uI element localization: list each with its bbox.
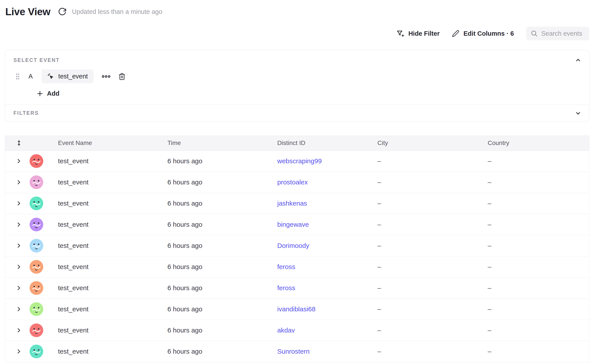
table-row: test_event 6 hours ago akdav – – (5, 320, 589, 341)
country-cell: – (488, 221, 589, 228)
select-event-label: SELECT EVENT (14, 57, 60, 63)
avatar (29, 344, 43, 359)
event-name-cell: test_event (58, 200, 167, 207)
chevron-up-icon (575, 57, 582, 64)
table-row: test_event 6 hours ago Dorimoody – – (5, 235, 589, 257)
column-header-distinct-id[interactable]: Distinct ID (277, 140, 377, 146)
expand-row-button[interactable] (16, 243, 22, 249)
distinct-id-link[interactable]: Sunrostern (277, 348, 310, 355)
column-header-time[interactable]: Time (167, 140, 277, 146)
city-cell: – (377, 221, 488, 228)
column-header-country[interactable]: Country (488, 140, 589, 146)
distinct-id-link[interactable]: akdav (277, 326, 295, 334)
time-cell: 6 hours ago (167, 326, 277, 334)
avatar (29, 302, 43, 316)
column-header-event-name[interactable]: Event Name (58, 140, 167, 146)
city-cell: – (377, 305, 488, 313)
time-cell: 6 hours ago (167, 221, 277, 228)
city-cell: – (377, 179, 488, 186)
event-name-cell: test_event (58, 242, 167, 249)
delete-event-button[interactable] (118, 73, 126, 80)
expand-row-button[interactable] (16, 179, 22, 185)
refresh-icon (58, 7, 67, 16)
distinct-id-link[interactable]: jashkenas (277, 200, 307, 207)
select-event-section: SELECT EVENT (5, 50, 589, 98)
city-cell: – (377, 326, 488, 334)
expand-row-button[interactable] (16, 158, 22, 164)
chevron-right-icon (16, 327, 22, 333)
drag-handle[interactable] (15, 73, 21, 80)
toolbar: Hide Filter Edit Columns · 6 (5, 26, 589, 40)
search-box (526, 27, 589, 40)
refresh-button[interactable] (58, 7, 67, 16)
search-input[interactable] (541, 30, 585, 37)
expand-row-button[interactable] (16, 221, 22, 228)
selected-event-name: test_event (58, 73, 88, 80)
search-icon (531, 30, 538, 37)
time-cell: 6 hours ago (167, 157, 277, 165)
hide-filter-label: Hide Filter (408, 30, 440, 37)
hide-filter-button[interactable]: Hide Filter (396, 29, 440, 38)
expand-row-button[interactable] (16, 327, 22, 333)
time-cell: 6 hours ago (167, 284, 277, 292)
distinct-id-link[interactable]: feross (277, 284, 295, 291)
event-name-cell: test_event (58, 305, 167, 313)
updated-status-text: Updated less than a minute ago (72, 8, 162, 15)
avatar (29, 323, 43, 337)
filters-label: FILTERS (14, 110, 39, 116)
distinct-id-link[interactable]: prostoalex (277, 179, 308, 186)
expand-row-button[interactable] (16, 200, 22, 207)
distinct-id-link[interactable]: webscraping99 (277, 157, 322, 165)
avatar (29, 218, 43, 232)
city-cell: – (377, 242, 488, 249)
edit-columns-label: Edit Columns · 6 (463, 30, 514, 37)
chevron-right-icon (16, 306, 22, 312)
collapse-all-rows-button[interactable] (16, 140, 22, 146)
add-event-button[interactable]: Add (36, 90, 59, 97)
distinct-id-link[interactable]: ivandiblasi68 (277, 305, 316, 313)
country-cell: – (488, 284, 589, 292)
table-row: test_event 6 hours ago webscraping99 – – (5, 151, 589, 172)
expand-filters-button[interactable] (575, 110, 582, 117)
edit-columns-button[interactable]: Edit Columns · 6 (452, 30, 514, 37)
event-name-cell: test_event (58, 284, 167, 292)
time-cell: 6 hours ago (167, 242, 277, 249)
country-cell: – (488, 326, 589, 334)
distinct-id-link[interactable]: Dorimoody (277, 242, 309, 249)
query-builder-panel: SELECT EVENT (5, 50, 589, 122)
collapse-section-button[interactable] (575, 57, 582, 64)
city-cell: – (377, 348, 488, 355)
drag-dots-icon (15, 73, 21, 80)
event-name-cell: test_event (58, 263, 167, 271)
chevron-right-icon (16, 285, 22, 291)
page-title: Live View (5, 6, 50, 18)
live-view-page: Live View Updated less than a minute ago… (0, 0, 607, 364)
event-select-chip[interactable]: test_event (41, 69, 94, 83)
avatar (29, 154, 43, 168)
event-name-cell: test_event (58, 179, 167, 186)
distinct-id-link[interactable]: feross (277, 263, 295, 270)
expand-row-button[interactable] (16, 348, 22, 354)
time-cell: 6 hours ago (167, 200, 277, 207)
event-name-cell: test_event (58, 348, 167, 355)
avatar (29, 260, 43, 274)
filter-plus-icon (396, 29, 404, 38)
event-options-button[interactable] (101, 75, 111, 78)
table-row: test_event 6 hours ago Sunrostern – – (5, 341, 589, 362)
column-header-city[interactable]: City (377, 140, 488, 146)
city-cell: – (377, 263, 488, 271)
distinct-id-link[interactable]: bingewave (277, 221, 309, 228)
city-cell: – (377, 284, 488, 292)
expand-row-button[interactable] (16, 285, 22, 291)
expand-row-button[interactable] (16, 306, 22, 312)
three-dots-icon (101, 75, 111, 78)
time-cell: 6 hours ago (167, 348, 277, 355)
city-cell: – (377, 200, 488, 207)
table-header-row: Event Name Time Distinct ID City Country (5, 136, 589, 151)
expand-row-button[interactable] (16, 264, 22, 270)
avatar (29, 175, 43, 189)
time-cell: 6 hours ago (167, 263, 277, 271)
country-cell: – (488, 263, 589, 271)
event-name-cell: test_event (58, 221, 167, 228)
avatar (29, 239, 43, 253)
